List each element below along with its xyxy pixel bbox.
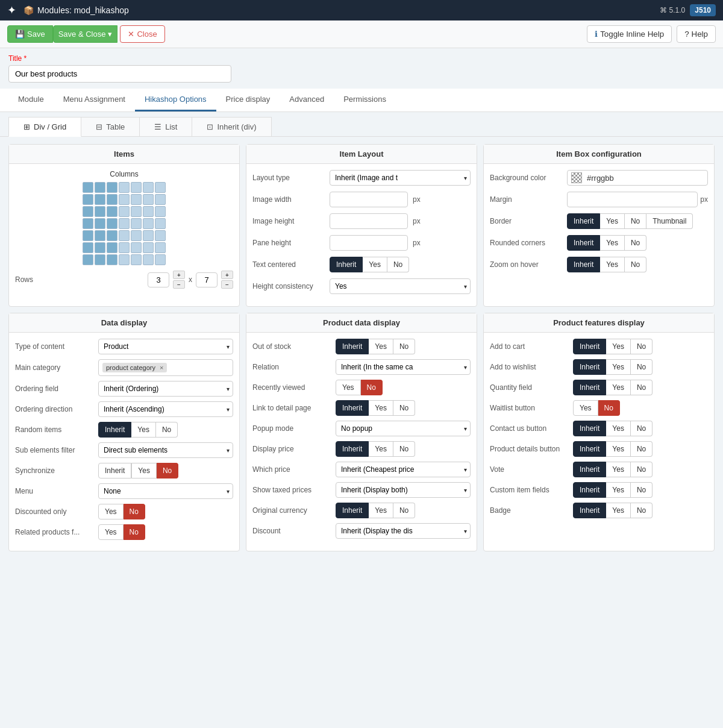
image-height-input[interactable] xyxy=(330,213,408,229)
grid-cell[interactable] xyxy=(143,242,154,253)
grid-cell[interactable] xyxy=(95,182,105,193)
vote-no-btn[interactable]: No xyxy=(631,462,653,477)
cols-decrement-button[interactable]: − xyxy=(173,280,185,289)
help-button[interactable]: ? Help xyxy=(677,25,716,43)
grid-cell[interactable] xyxy=(143,194,154,205)
menu-select[interactable]: None xyxy=(98,483,233,499)
grid-cell[interactable] xyxy=(95,218,105,229)
grid-cell[interactable] xyxy=(131,242,142,253)
cols-input[interactable] xyxy=(148,272,169,287)
pane-height-input[interactable] xyxy=(330,235,408,251)
rounded-yes-btn[interactable]: Yes xyxy=(600,235,625,251)
product-details-yes-btn[interactable]: Yes xyxy=(606,441,631,457)
subtab-table[interactable]: ⊟ Table xyxy=(81,117,140,136)
quantity-inherit-btn[interactable]: Inherit xyxy=(573,380,606,395)
grid-cell[interactable] xyxy=(119,218,130,229)
badge-no-btn[interactable]: No xyxy=(631,503,653,518)
add-to-cart-yes-btn[interactable]: Yes xyxy=(606,339,631,354)
rows-increment-button[interactable]: + xyxy=(221,271,233,279)
original-currency-no-btn[interactable]: No xyxy=(393,503,415,518)
random-no-btn[interactable]: No xyxy=(156,422,178,438)
grid-cell[interactable] xyxy=(155,182,166,193)
original-currency-yes-btn[interactable]: Yes xyxy=(369,503,393,518)
title-input[interactable] xyxy=(8,65,231,83)
vote-yes-btn[interactable]: Yes xyxy=(606,462,631,477)
main-category-tag-remove[interactable]: × xyxy=(160,364,163,371)
grid-cell[interactable] xyxy=(107,242,117,253)
margin-input[interactable] xyxy=(567,192,698,207)
link-to-detail-no-btn[interactable]: No xyxy=(393,400,415,416)
out-of-stock-no-btn[interactable]: No xyxy=(393,339,415,354)
subtab-div-grid[interactable]: ⊞ Div / Grid xyxy=(8,117,81,137)
recently-viewed-yes-btn[interactable]: Yes xyxy=(336,380,361,395)
grid-cell[interactable] xyxy=(131,218,142,229)
contact-us-yes-btn[interactable]: Yes xyxy=(606,421,631,436)
rounded-no-btn[interactable]: No xyxy=(625,235,646,251)
tab-advanced[interactable]: Advanced xyxy=(280,89,334,111)
rounded-inherit-btn[interactable]: Inherit xyxy=(567,235,600,251)
save-button[interactable]: 💾 Save xyxy=(7,25,53,43)
grid-cell[interactable] xyxy=(155,218,166,229)
grid-cell[interactable] xyxy=(143,218,154,229)
grid-cell[interactable] xyxy=(143,206,154,217)
quantity-yes-btn[interactable]: Yes xyxy=(606,380,631,395)
badge-inherit-btn[interactable]: Inherit xyxy=(573,503,606,518)
related-no-btn[interactable]: No xyxy=(124,524,145,540)
grid-cell[interactable] xyxy=(95,206,105,217)
contact-us-no-btn[interactable]: No xyxy=(631,421,653,436)
zoom-inherit-btn[interactable]: Inherit xyxy=(567,257,600,272)
relation-select[interactable]: Inherit (In the same ca xyxy=(336,359,471,375)
grid-cell[interactable] xyxy=(83,218,93,229)
add-to-cart-no-btn[interactable]: No xyxy=(631,339,653,354)
random-inherit-btn[interactable]: Inherit xyxy=(98,422,131,438)
ordering-direction-select[interactable]: Inherit (Ascending) xyxy=(98,401,233,417)
add-to-cart-inherit-btn[interactable]: Inherit xyxy=(573,339,606,354)
tab-hikashop-options[interactable]: Hikashop Options xyxy=(135,89,216,111)
grid-cell[interactable] xyxy=(83,254,93,265)
badge-yes-btn[interactable]: Yes xyxy=(606,503,631,518)
sub-elements-select[interactable]: Direct sub elements xyxy=(98,442,233,458)
grid-cell[interactable] xyxy=(143,254,154,265)
add-to-wishlist-inherit-btn[interactable]: Inherit xyxy=(573,359,606,375)
grid-cell[interactable] xyxy=(119,242,130,253)
grid-cell[interactable] xyxy=(95,242,105,253)
grid-cell[interactable] xyxy=(155,254,166,265)
discounted-yes-btn[interactable]: Yes xyxy=(98,504,124,519)
grid-cell[interactable] xyxy=(107,194,117,205)
add-to-wishlist-yes-btn[interactable]: Yes xyxy=(606,359,631,375)
custom-fields-inherit-btn[interactable]: Inherit xyxy=(573,482,606,498)
add-to-wishlist-no-btn[interactable]: No xyxy=(631,359,653,375)
grid-cell[interactable] xyxy=(143,182,154,193)
subtab-list[interactable]: ☰ List xyxy=(139,117,192,136)
text-centered-yes-btn[interactable]: Yes xyxy=(363,257,387,272)
bg-color-input[interactable]: #rrggbb xyxy=(567,170,708,186)
link-to-detail-inherit-btn[interactable]: Inherit xyxy=(336,400,369,416)
tab-permissions[interactable]: Permissions xyxy=(334,89,396,111)
rows-decrement-button[interactable]: − xyxy=(221,280,233,289)
show-taxed-prices-select[interactable]: Inherit (Display both) xyxy=(336,482,471,498)
layout-type-select[interactable]: Inherit (Image and t xyxy=(330,170,471,186)
grid-visual[interactable] xyxy=(83,182,166,265)
contact-us-inherit-btn[interactable]: Inherit xyxy=(573,421,606,436)
image-width-input[interactable] xyxy=(330,192,408,207)
out-of-stock-inherit-btn[interactable]: Inherit xyxy=(336,339,369,354)
display-price-inherit-btn[interactable]: Inherit xyxy=(336,441,369,457)
custom-fields-no-btn[interactable]: No xyxy=(631,482,653,498)
type-of-content-select[interactable]: Product xyxy=(98,339,233,354)
grid-cell[interactable] xyxy=(155,230,166,241)
grid-cell[interactable] xyxy=(131,182,142,193)
discounted-no-btn[interactable]: No xyxy=(124,504,145,519)
random-yes-btn[interactable]: Yes xyxy=(131,422,156,438)
grid-cell[interactable] xyxy=(131,206,142,217)
grid-cell[interactable] xyxy=(131,194,142,205)
toggle-inline-help-button[interactable]: ℹ Toggle Inline Help xyxy=(587,25,672,43)
border-inherit-btn[interactable]: Inherit xyxy=(567,213,600,229)
grid-cell[interactable] xyxy=(131,230,142,241)
out-of-stock-yes-btn[interactable]: Yes xyxy=(369,339,393,354)
grid-cell[interactable] xyxy=(83,194,93,205)
grid-cell[interactable] xyxy=(83,182,93,193)
display-price-no-btn[interactable]: No xyxy=(393,441,415,457)
product-details-no-btn[interactable]: No xyxy=(631,441,653,457)
grid-cell[interactable] xyxy=(83,242,93,253)
quantity-no-btn[interactable]: No xyxy=(631,380,653,395)
